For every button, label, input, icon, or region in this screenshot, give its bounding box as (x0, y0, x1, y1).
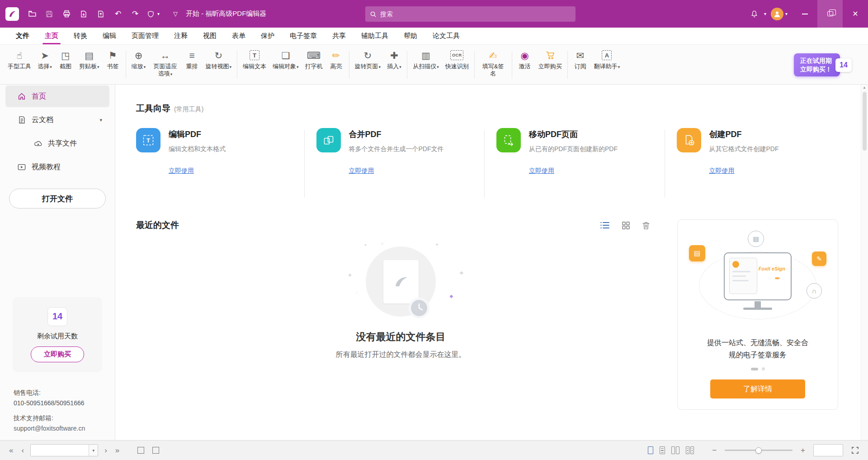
create-pdf-icon[interactable] (93, 6, 108, 22)
close-button[interactable]: ✕ (843, 0, 868, 28)
menu-paper-tools[interactable]: 论文工具 (425, 28, 467, 44)
scroll-up-icon[interactable]: ▲ (863, 85, 866, 90)
sidebar-item-home[interactable]: 首页 (5, 85, 109, 107)
use-now-link[interactable]: 立即使用 (709, 167, 735, 175)
menu-protect[interactable]: 保护 (253, 28, 282, 44)
zoom-button[interactable]: ⊕缩放▾ (128, 47, 149, 83)
trial-banner[interactable]: 正在试用期 立即购买！ 14 (794, 53, 852, 77)
use-now-link[interactable]: 立即使用 (349, 167, 374, 175)
trial-badge[interactable]: 正在试用期 立即购买！ (794, 53, 840, 77)
insert-pages-button[interactable]: ✚插入▾ (384, 47, 405, 83)
card-merge-pdf[interactable]: 合并PDF 将多个文件合并生成一个PDF文件 立即使用 (316, 128, 481, 175)
last-page-button[interactable]: » (113, 445, 121, 456)
grid-view-button[interactable] (622, 221, 630, 230)
carousel-dot[interactable] (762, 367, 765, 370)
next-page-button[interactable]: › (103, 445, 109, 456)
save-icon[interactable] (42, 6, 57, 22)
buy-now-sidebar-button[interactable]: 立即购买 (31, 346, 84, 362)
reflow-button[interactable]: ≡重排 (182, 47, 203, 83)
search-box[interactable] (365, 6, 576, 22)
zoom-out-button[interactable]: − (710, 445, 718, 456)
open-file-button[interactable]: 打开文件 (9, 189, 106, 209)
fill-sign-button[interactable]: ✍填写&签名 (477, 47, 509, 83)
page-number-input[interactable] (31, 445, 89, 456)
hand-tool-button[interactable]: ☝手型工具 (5, 47, 34, 83)
menu-comment[interactable]: 注释 (166, 28, 195, 44)
print-icon[interactable] (59, 6, 74, 22)
minimize-button[interactable] (792, 0, 817, 28)
menu-help[interactable]: 帮助 (396, 28, 425, 44)
page-dropdown-icon[interactable]: ▾ (89, 445, 98, 456)
carousel-dot-active[interactable] (751, 368, 758, 370)
notifications-bell-icon[interactable] (747, 6, 762, 22)
search-input[interactable] (380, 10, 571, 18)
menu-edit[interactable]: 编辑 (95, 28, 124, 44)
chevron-down-icon[interactable]: ▾ (99, 117, 102, 123)
menu-accessibility[interactable]: 辅助工具 (354, 28, 396, 44)
collapse-ribbon-icon[interactable]: ▽ (173, 10, 178, 17)
first-page-button[interactable]: « (7, 445, 15, 456)
export-pdf-icon[interactable] (76, 6, 91, 22)
restore-window-button[interactable] (817, 0, 843, 28)
card-edit-pdf[interactable]: T 编辑PDF 编辑文档和文本格式 立即使用 (136, 128, 301, 175)
edit-text-button[interactable]: T编辑文本 (240, 47, 269, 83)
buy-now-button[interactable]: 立即购买 (535, 47, 565, 83)
highlight-button[interactable]: ✏高亮 (326, 47, 347, 83)
menu-view[interactable]: 视图 (195, 28, 224, 44)
clear-recent-trash-button[interactable] (642, 221, 650, 230)
scrollbar-thumb[interactable] (863, 92, 867, 151)
edit-object-button[interactable]: ❏编辑对象▾ (269, 47, 302, 83)
two-page-continuous-view-button[interactable] (686, 446, 694, 454)
menu-share[interactable]: 共享 (325, 28, 354, 44)
carousel-dots[interactable] (751, 367, 765, 370)
bookmark-button[interactable]: ⚑书签 (103, 47, 123, 83)
zoom-in-button[interactable]: + (799, 445, 807, 456)
snapshot-button[interactable]: ◳截图 (55, 47, 76, 83)
rotate-view-button[interactable]: ↻旋转视图▾ (203, 47, 235, 83)
rotate-pages-button[interactable]: ↻旋转页面▾ (352, 47, 384, 83)
list-view-button[interactable] (600, 221, 610, 229)
continuous-view-button[interactable] (660, 446, 665, 454)
previous-page-button[interactable]: ‹ (19, 445, 26, 456)
menu-page-management[interactable]: 页面管理 (124, 28, 166, 44)
card-create-pdf[interactable]: 创建PDF 从其它格式文件创建PDF 立即使用 (677, 128, 841, 175)
menu-convert[interactable]: 转换 (66, 28, 95, 44)
snapshot-tool-button[interactable] (136, 446, 146, 455)
from-scanner-button[interactable]: ▥从扫描仪▾ (410, 47, 442, 83)
sidebar-item-shared-files[interactable]: 共享文件 (5, 133, 109, 154)
sidebar-item-cloud-docs[interactable]: 云文档 ▾ (5, 109, 109, 131)
clipboard-tool-button[interactable] (151, 446, 161, 455)
fit-page-options-button[interactable]: ↔页面适应选项▾ (149, 47, 182, 83)
use-now-link[interactable]: 立即使用 (529, 167, 554, 175)
sidebar-item-video-tutorials[interactable]: 视频教程 (5, 156, 109, 178)
undo-icon[interactable]: ↶ (110, 6, 126, 22)
quick-ocr-button[interactable]: OCR快速识别 (442, 47, 472, 83)
subscribe-button[interactable]: ✉订阅 (570, 47, 591, 83)
vertical-scrollbar[interactable]: ▲ (861, 85, 868, 440)
two-page-view-button[interactable] (671, 446, 679, 454)
support-email[interactable]: support@foxitsoftware.cn (14, 423, 115, 434)
select-tool-button[interactable]: ➤选择▾ (34, 47, 55, 83)
zoom-slider-knob[interactable] (755, 447, 762, 454)
zoom-percentage-input[interactable] (813, 444, 843, 456)
clipboard-button[interactable]: ▤剪贴板▾ (76, 47, 103, 83)
bell-chevron-icon[interactable]: ▾ (764, 11, 766, 16)
zoom-slider[interactable] (725, 450, 793, 451)
use-now-link[interactable]: 立即使用 (169, 167, 194, 175)
user-avatar[interactable] (771, 8, 783, 20)
menu-esign[interactable]: 电子签章 (282, 28, 325, 44)
activate-button[interactable]: ◉激活 (514, 47, 535, 83)
menu-file[interactable]: 文件 (8, 28, 37, 44)
translate-assistant-button[interactable]: A翻译助手▾ (591, 47, 623, 83)
fit-screen-button[interactable] (849, 446, 861, 455)
redo-icon[interactable]: ↷ (127, 6, 143, 22)
menu-form[interactable]: 表单 (224, 28, 253, 44)
card-move-pdf-pages[interactable]: 移动PDF页面 从已有的PDF页面创建新的PDF 立即使用 (496, 128, 661, 175)
open-file-icon[interactable] (24, 6, 40, 22)
learn-more-button[interactable]: 了解详情 (710, 379, 805, 398)
menu-home[interactable]: 主页 (37, 28, 66, 44)
single-page-view-button[interactable] (648, 446, 653, 454)
typewriter-button[interactable]: ⌨打字机 (302, 47, 326, 83)
protect-dropdown-button[interactable]: ▾ (145, 6, 167, 22)
account-chevron-icon[interactable]: ▾ (785, 11, 788, 16)
